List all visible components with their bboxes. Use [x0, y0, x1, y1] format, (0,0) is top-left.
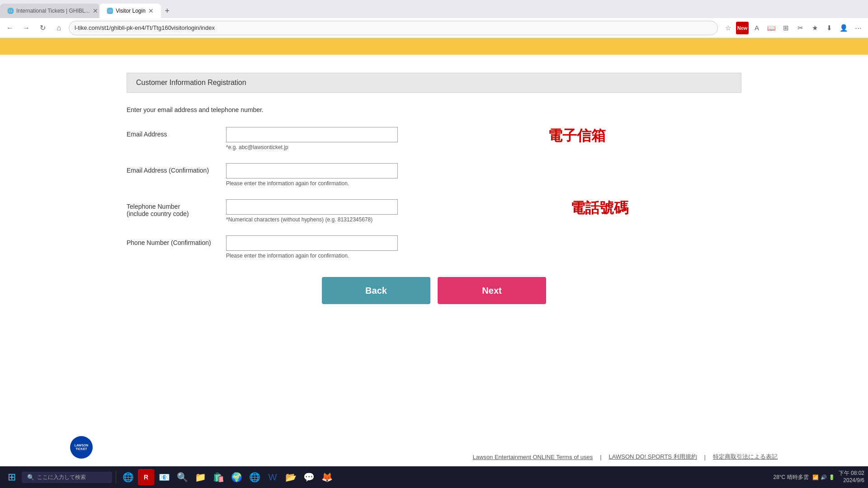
- address-bar-row: ← → ↻ ⌂ l-tike.com/st1/ghibli-pk-en4/Tt/…: [0, 18, 868, 38]
- menu-icon[interactable]: ⋯: [852, 22, 864, 34]
- screenshot-icon[interactable]: ✂: [794, 22, 807, 34]
- refresh-button[interactable]: ↻: [36, 22, 49, 34]
- profile-icon[interactable]: 👤: [837, 22, 850, 34]
- taskbar-battery-icon[interactable]: 🔋: [829, 474, 835, 480]
- favorites-icon[interactable]: ★: [808, 22, 821, 34]
- footer-sports-link[interactable]: LAWSON DO! SPORTS 利用規約: [609, 453, 697, 461]
- phone-label-line2: (include country code): [127, 210, 189, 217]
- taskbar-mail-icon[interactable]: 📧: [156, 469, 172, 485]
- taskbar-folder-icon[interactable]: 📁: [192, 469, 208, 485]
- phone-confirm-field-group: Please enter the information again for c…: [226, 235, 741, 259]
- phone-input[interactable]: [226, 199, 398, 215]
- footer-divider-2: |: [704, 454, 706, 460]
- tab-favicon-1: 🌐: [7, 8, 14, 14]
- footer-terms-link[interactable]: Lawson Entertainment ONLINE Terms of use…: [473, 454, 593, 460]
- email-input[interactable]: [226, 127, 398, 142]
- email-hint: *e.g. abc@lawsonticket.jp: [226, 144, 741, 150]
- button-row: Back Next: [127, 277, 741, 304]
- lawson-logo: LAWSONTICKET: [54, 434, 108, 461]
- email-confirm-field-group: Please enter the information again for c…: [226, 163, 741, 187]
- taskbar-edge2-icon[interactable]: 🌐: [246, 469, 263, 485]
- sys-tray: 📶 🔊 🔋: [812, 474, 835, 480]
- phone-confirm-input[interactable]: [226, 235, 398, 251]
- section-header: Customer Information Registration: [127, 73, 741, 93]
- home-button[interactable]: ⌂: [52, 22, 65, 34]
- taskbar-weather: 28°C 晴時多雲: [773, 474, 808, 481]
- phone-row: Telephone Number (include country code) …: [127, 199, 741, 223]
- footer-divider-1: |: [600, 454, 601, 460]
- browser-chrome: 🌐 International Tickets | GHIBL... ✕ 🌐 V…: [0, 0, 868, 38]
- footer: Lawson Entertainment ONLINE Terms of use…: [0, 453, 868, 461]
- back-button[interactable]: Back: [322, 277, 430, 304]
- taskbar-browser-icon[interactable]: 🦊: [319, 469, 335, 485]
- tab-favicon-2: 🌐: [107, 8, 113, 14]
- taskbar-files-icon[interactable]: 📂: [283, 469, 299, 485]
- collections-icon[interactable]: ⊞: [779, 22, 792, 34]
- intro-text: Enter your email address and telephone n…: [127, 106, 741, 113]
- email-label: Email Address: [127, 127, 226, 138]
- tab-bar: 🌐 International Tickets | GHIBL... ✕ 🌐 V…: [0, 0, 868, 18]
- phone-confirm-hint: Please enter the information again for c…: [226, 253, 741, 259]
- taskbar-time: 下午 08:02: [839, 470, 864, 477]
- back-button[interactable]: ←: [4, 22, 16, 34]
- taskbar-store-icon[interactable]: 🛍️: [210, 469, 226, 485]
- email-field-group: *e.g. abc@lawsonticket.jp: [226, 127, 741, 150]
- footer-tokutei-link[interactable]: 特定商取引法による表記: [713, 453, 778, 461]
- taskbar-date: 2024/9/6: [839, 477, 864, 484]
- section-title: Customer Information Registration: [136, 79, 246, 86]
- taskbar-search-text: ここに入力して検索: [37, 474, 86, 481]
- main-content: Customer Information Registration Enter …: [0, 55, 868, 322]
- taskbar-separator-1: [116, 471, 116, 483]
- windows-start-button[interactable]: ⊞: [4, 469, 20, 485]
- phone-field-group: *Numerical characters (without hyphens) …: [226, 199, 741, 223]
- tab-international-tickets[interactable]: 🌐 International Tickets | GHIBL... ✕: [0, 4, 99, 18]
- email-row: Email Address *e.g. abc@lawsonticket.jp …: [127, 127, 741, 150]
- tab-visitor-login[interactable]: 🌐 Visitor Login ✕: [99, 4, 161, 18]
- new-tab-button[interactable]: +: [161, 5, 174, 17]
- taskbar-word-icon[interactable]: W: [264, 469, 281, 485]
- address-input[interactable]: l-tike.com/st1/ghibli-pk-en4/Tt/Ttg160vi…: [69, 21, 718, 35]
- email-confirm-input[interactable]: [226, 163, 398, 178]
- tab-label-1: International Tickets | GHIBL...: [16, 8, 90, 14]
- phone-label-line1: Telephone Number: [127, 203, 180, 210]
- taskbar-line-icon[interactable]: 💬: [301, 469, 317, 485]
- time-display: 下午 08:02 2024/9/6: [839, 470, 864, 484]
- email-confirm-row: Email Address (Confirmation) Please ente…: [127, 163, 741, 187]
- phone-hint: *Numerical characters (without hyphens) …: [226, 216, 741, 223]
- taskbar-right: 28°C 晴時多雲 📶 🔊 🔋 下午 08:02 2024/9/6: [773, 470, 864, 484]
- forward-button[interactable]: →: [20, 22, 33, 34]
- bookmark-icon[interactable]: ☆: [722, 22, 734, 34]
- lawson-logo-circle: LAWSONTICKET: [70, 436, 93, 459]
- phone-label: Telephone Number (include country code): [127, 199, 226, 217]
- phone-confirm-label: Phone Number (Confirmation): [127, 235, 226, 246]
- taskbar-sound-icon[interactable]: 🔊: [821, 474, 827, 480]
- next-button[interactable]: Next: [438, 277, 546, 304]
- reading-icon[interactable]: 📖: [765, 22, 778, 34]
- taskbar-network-icon[interactable]: 📶: [812, 474, 819, 480]
- search-icon: 🔍: [27, 474, 34, 481]
- extension-new-icon[interactable]: New: [736, 22, 749, 34]
- taskbar: ⊞ 🔍 ここに入力して検索 🌐 R 📧 🔍 📁 🛍️ 🌍 🌐 W 📂 💬 🦊 2…: [0, 466, 868, 488]
- taskbar-rakuten-icon[interactable]: R: [138, 469, 154, 485]
- taskbar-search[interactable]: 🔍 ここに入力して検索: [22, 472, 112, 483]
- translate-icon[interactable]: A: [750, 22, 763, 34]
- phone-confirm-row: Phone Number (Confirmation) Please enter…: [127, 235, 741, 259]
- download-icon[interactable]: ⬇: [823, 22, 835, 34]
- address-text: l-tike.com/st1/ghibli-pk-en4/Tt/Ttg160vi…: [75, 24, 215, 31]
- taskbar-chrome-icon[interactable]: 🌍: [228, 469, 245, 485]
- taskbar-search2-icon[interactable]: 🔍: [174, 469, 190, 485]
- notification-bar: [0, 38, 868, 55]
- toolbar-icons: ☆ New A 📖 ⊞ ✂ ★ ⬇ 👤 ⋯: [722, 22, 864, 34]
- tab-close-1[interactable]: ✕: [93, 7, 98, 14]
- tab-close-2[interactable]: ✕: [148, 7, 154, 14]
- tab-label-2: Visitor Login: [116, 8, 146, 14]
- form-container: Customer Information Registration Enter …: [127, 73, 741, 304]
- email-confirm-hint: Please enter the information again for c…: [226, 180, 741, 187]
- taskbar-edge-icon[interactable]: 🌐: [120, 469, 136, 485]
- email-confirm-label: Email Address (Confirmation): [127, 163, 226, 174]
